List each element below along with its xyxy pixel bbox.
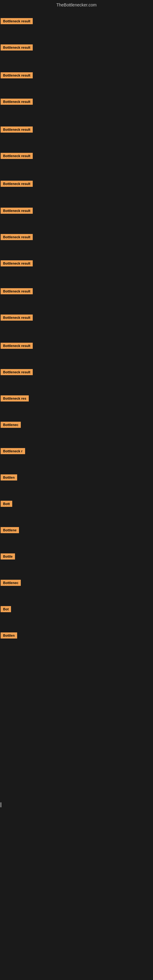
bottleneck-badge-18[interactable]: Bottlen bbox=[1, 474, 17, 480]
bottleneck-badge-8[interactable]: Bottleneck result bbox=[1, 208, 33, 214]
bottleneck-badge-19[interactable]: Bott bbox=[1, 501, 12, 507]
bottleneck-row-8: Bottleneck result bbox=[0, 207, 33, 216]
bottleneck-badge-6[interactable]: Bottleneck result bbox=[1, 153, 33, 159]
bottleneck-row-18: Bottlen bbox=[0, 473, 17, 483]
bottleneck-badge-15[interactable]: Bottleneck res bbox=[1, 395, 29, 401]
bottleneck-row-2: Bottleneck result bbox=[0, 43, 33, 53]
bottleneck-row-15: Bottleneck res bbox=[0, 394, 29, 404]
bottleneck-row-21: Bottle bbox=[0, 552, 15, 562]
bottleneck-badge-16[interactable]: Bottlenec bbox=[1, 422, 21, 428]
bottleneck-badge-1[interactable]: Bottleneck result bbox=[1, 18, 33, 24]
bottleneck-row-17: Bottleneck r bbox=[0, 447, 25, 457]
bottleneck-row-14: Bottleneck result bbox=[0, 368, 33, 378]
bottleneck-row-24: Bottlen bbox=[0, 631, 17, 641]
bottleneck-row-13: Bottleneck result bbox=[0, 342, 33, 351]
bottleneck-row-7: Bottleneck result bbox=[0, 180, 33, 189]
bottleneck-row-19: Bott bbox=[0, 500, 12, 509]
bottleneck-badge-7[interactable]: Bottleneck result bbox=[1, 181, 33, 187]
bottleneck-badge-10[interactable]: Bottleneck result bbox=[1, 260, 33, 266]
bottleneck-row-3: Bottleneck result bbox=[0, 71, 33, 81]
bottleneck-badge-21[interactable]: Bottle bbox=[1, 554, 15, 560]
bottleneck-row-23: Bot bbox=[0, 605, 11, 615]
bottleneck-badge-17[interactable]: Bottleneck r bbox=[1, 448, 25, 454]
bottleneck-row-9: Bottleneck result bbox=[0, 233, 33, 243]
bottleneck-badge-2[interactable]: Bottleneck result bbox=[1, 45, 33, 51]
bottleneck-row-10: Bottleneck result bbox=[0, 259, 33, 269]
cursor-line bbox=[1, 802, 1, 807]
bottleneck-badge-13[interactable]: Bottleneck result bbox=[1, 343, 33, 349]
bottleneck-row-5: Bottleneck result bbox=[0, 125, 33, 135]
bottleneck-row-20: Bottlene bbox=[0, 526, 19, 536]
bottleneck-row-12: Bottleneck result bbox=[0, 313, 33, 323]
bottleneck-badge-4[interactable]: Bottleneck result bbox=[1, 99, 33, 105]
bottleneck-row-1: Bottleneck result bbox=[0, 17, 33, 27]
bottleneck-badge-20[interactable]: Bottlene bbox=[1, 527, 19, 533]
bottleneck-row-6: Bottleneck result bbox=[0, 151, 33, 161]
bottleneck-row-11: Bottleneck result bbox=[0, 287, 33, 297]
bottleneck-badge-9[interactable]: Bottleneck result bbox=[1, 234, 33, 240]
site-title: TheBottlenecker.com bbox=[0, 0, 153, 9]
bottleneck-badge-3[interactable]: Bottleneck result bbox=[1, 72, 33, 78]
bottleneck-badge-14[interactable]: Bottleneck result bbox=[1, 369, 33, 375]
bottleneck-badge-24[interactable]: Bottlen bbox=[1, 632, 17, 638]
bottleneck-row-4: Bottleneck result bbox=[0, 97, 33, 107]
bottleneck-badge-5[interactable]: Bottleneck result bbox=[1, 126, 33, 133]
bottleneck-badge-11[interactable]: Bottleneck result bbox=[1, 288, 33, 294]
bottleneck-row-16: Bottlenec bbox=[0, 420, 21, 430]
bottleneck-badge-12[interactable]: Bottleneck result bbox=[1, 315, 33, 321]
bottleneck-badge-22[interactable]: Bottlenec bbox=[1, 580, 21, 586]
bottleneck-row-22: Bottlenec bbox=[0, 579, 21, 588]
bottleneck-badge-23[interactable]: Bot bbox=[1, 606, 11, 612]
